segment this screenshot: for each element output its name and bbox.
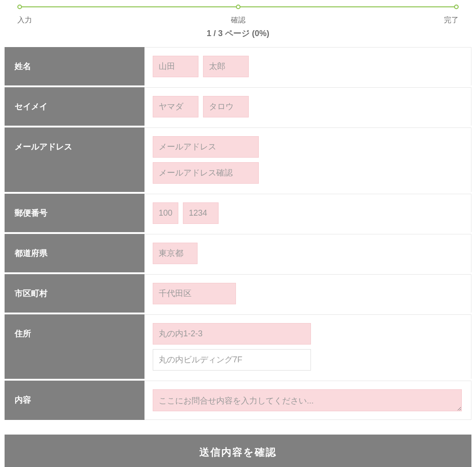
submit-button[interactable]: 送信内容を確認 xyxy=(5,435,471,467)
cell-pref xyxy=(144,234,471,272)
content-textarea[interactable] xyxy=(153,389,462,411)
submit-wrap: 送信内容を確認 xyxy=(5,435,471,467)
first-kana-input[interactable] xyxy=(203,96,249,117)
progress-step-done: 完了 xyxy=(444,5,459,25)
contact-form: 姓名 セイメイ メールアドレス 郵便番号 xyxy=(5,47,471,422)
progress-dot-icon xyxy=(236,5,241,9)
progress-step-input: 入力 xyxy=(17,5,32,25)
label-pref: 都道府県 xyxy=(5,234,144,272)
label-kana: セイメイ xyxy=(5,87,144,126)
cell-email xyxy=(144,127,471,192)
email-confirm-input[interactable] xyxy=(153,162,259,184)
cell-zip xyxy=(144,194,471,232)
progress-dot-icon xyxy=(454,5,459,9)
row-kana: セイメイ xyxy=(5,87,471,127)
cell-name xyxy=(144,47,471,85)
form-page: 入力 確認 完了 1 / 3 ページ (0%) 姓名 セイメイ xyxy=(0,5,476,467)
last-kana-input[interactable] xyxy=(153,96,198,117)
address-line1-input[interactable] xyxy=(153,323,311,345)
cell-content xyxy=(144,381,471,420)
prefecture-input[interactable] xyxy=(153,243,198,264)
progress-step-label: 完了 xyxy=(444,16,459,25)
progress-step-label: 確認 xyxy=(231,16,246,25)
progress-steps: 入力 確認 完了 xyxy=(17,5,459,25)
row-address: 住所 xyxy=(5,314,471,381)
label-name: 姓名 xyxy=(5,47,144,85)
first-name-input[interactable] xyxy=(203,56,249,77)
row-city: 市区町村 xyxy=(5,274,471,314)
row-content: 内容 xyxy=(5,381,471,422)
row-email: メールアドレス xyxy=(5,127,471,194)
label-content: 内容 xyxy=(5,381,144,420)
progress-step-label: 入力 xyxy=(17,16,32,25)
page-indicator: 1 / 3 ページ (0%) xyxy=(5,28,471,39)
cell-address xyxy=(144,314,471,379)
cell-kana xyxy=(144,87,471,126)
zip4-input[interactable] xyxy=(183,202,219,224)
progress-dot-icon xyxy=(17,5,22,9)
city-input[interactable] xyxy=(153,283,236,304)
label-city: 市区町村 xyxy=(5,274,144,313)
address-line2-input[interactable] xyxy=(153,349,311,371)
label-zip: 郵便番号 xyxy=(5,194,144,232)
row-zip: 郵便番号 xyxy=(5,194,471,234)
email-input[interactable] xyxy=(153,136,259,158)
label-address: 住所 xyxy=(5,314,144,379)
label-email: メールアドレス xyxy=(5,127,144,192)
zip3-input[interactable] xyxy=(153,202,178,224)
row-pref: 都道府県 xyxy=(5,234,471,274)
row-name: 姓名 xyxy=(5,47,471,87)
last-name-input[interactable] xyxy=(153,56,198,77)
progress-step-confirm: 確認 xyxy=(231,5,246,25)
cell-city xyxy=(144,274,471,313)
progress-bar: 入力 確認 完了 xyxy=(17,5,459,25)
